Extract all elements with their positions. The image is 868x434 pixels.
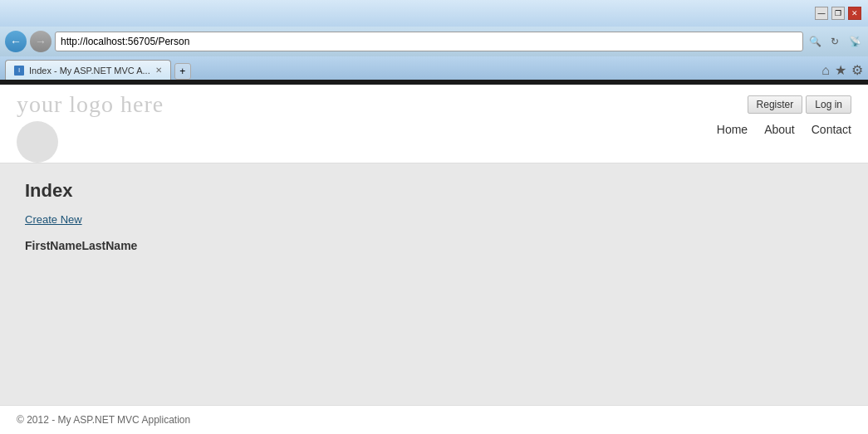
minimize-button[interactable]: — [815, 7, 828, 20]
refresh-icon[interactable]: ↻ [826, 33, 843, 50]
footer-copyright: © 2012 - My ASP.NET MVC Application [17, 414, 190, 426]
page-content: your logo here Register Log in Home Abou… [0, 85, 868, 434]
site-logo: your logo here [17, 91, 164, 118]
tab-close-button[interactable]: ✕ [155, 66, 162, 75]
favorites-icon[interactable]: ★ [835, 62, 846, 78]
back-button[interactable]: ← [5, 31, 27, 52]
close-button[interactable]: ✕ [848, 7, 861, 20]
active-tab[interactable]: I Index - My ASP.NET MVC A... ✕ [5, 60, 171, 80]
browser-window: — ❐ ✕ ← → 🔍 ↻ 📡 I Index - My ASP.NET MVC… [0, 0, 868, 434]
restore-button[interactable]: ❐ [831, 7, 845, 20]
toolbar-right-icons: ⌂ ★ ⚙ [821, 62, 863, 80]
site-footer: © 2012 - My ASP.NET MVC Application [0, 405, 868, 434]
create-new-link[interactable]: Create New [25, 213, 82, 226]
title-bar: — ❐ ✕ [0, 0, 868, 27]
tab-favicon: I [14, 66, 24, 76]
new-tab-button[interactable]: + [174, 63, 191, 80]
address-input[interactable] [55, 32, 803, 51]
address-icons: 🔍 ↻ 📡 [807, 33, 863, 50]
main-content: Index Create New FirstName LastName [0, 163, 868, 405]
rss-icon[interactable]: 📡 [846, 33, 863, 50]
settings-icon[interactable]: ⚙ [851, 62, 863, 78]
site-nav: Home About Contact [66, 118, 851, 143]
site-header-top: your logo here Register Log in [17, 85, 851, 118]
forward-button[interactable]: → [30, 31, 51, 52]
tab-label: Index - My ASP.NET MVC A... [29, 66, 150, 76]
logo-circle [17, 121, 58, 163]
col-last-name: LastName [81, 239, 137, 252]
tab-bar: I Index - My ASP.NET MVC A... ✕ + ⌂ ★ ⚙ [0, 56, 868, 80]
home-icon[interactable]: ⌂ [821, 63, 830, 78]
search-icon[interactable]: 🔍 [807, 33, 823, 50]
site-header: your logo here Register Log in Home Abou… [0, 85, 868, 163]
register-button[interactable]: Register [748, 95, 803, 114]
header-auth: Register Log in [748, 95, 851, 114]
title-bar-controls: — ❐ ✕ [815, 7, 861, 20]
page-title: Index [25, 180, 843, 202]
nav-home[interactable]: Home [717, 123, 748, 136]
address-bar-row: ← → 🔍 ↻ 📡 [0, 27, 868, 56]
col-first-name: FirstName [25, 239, 81, 252]
nav-about[interactable]: About [764, 123, 795, 136]
table-header: FirstName LastName [25, 239, 843, 252]
login-button[interactable]: Log in [806, 95, 851, 114]
nav-contact[interactable]: Contact [812, 123, 851, 136]
